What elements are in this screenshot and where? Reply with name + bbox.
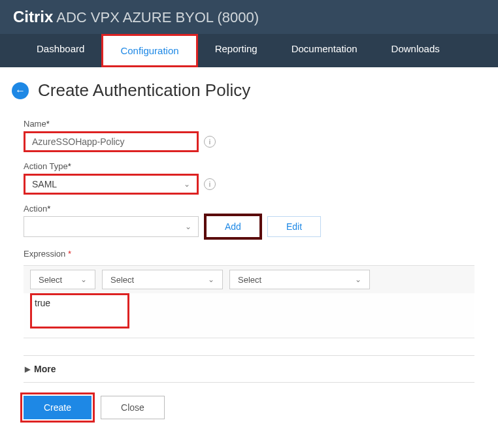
create-button[interactable]: Create bbox=[24, 396, 91, 419]
action-label: Action* bbox=[24, 204, 474, 214]
arrow-left-icon: ← bbox=[15, 85, 25, 97]
expression-select-1[interactable]: Select ⌄ bbox=[30, 270, 95, 289]
product-name: ADC VPX AZURE BYOL (8000) bbox=[53, 9, 259, 25]
tab-downloads[interactable]: Downloads bbox=[374, 34, 457, 67]
app-header: Citrix ADC VPX AZURE BYOL (8000) bbox=[0, 0, 498, 34]
expression-textarea[interactable] bbox=[30, 293, 129, 328]
expression-panel: Select ⌄ Select ⌄ Select ⌄ bbox=[24, 265, 474, 338]
tab-dashboard[interactable]: Dashboard bbox=[20, 34, 101, 67]
page-title: Create Authentication Policy bbox=[38, 80, 250, 101]
tab-configuration[interactable]: Configuration bbox=[101, 34, 197, 67]
close-button[interactable]: Close bbox=[101, 396, 165, 419]
chevron-down-icon: ⌄ bbox=[185, 222, 191, 231]
chevron-down-icon: ⌄ bbox=[80, 275, 87, 284]
tab-reporting[interactable]: Reporting bbox=[198, 34, 274, 67]
triangle-right-icon: ▶ bbox=[25, 365, 30, 374]
chevron-down-icon: ⌄ bbox=[355, 275, 361, 284]
expression-select-3[interactable]: Select ⌄ bbox=[229, 270, 370, 289]
action-type-label: Action Type* bbox=[24, 161, 474, 171]
add-button[interactable]: Add bbox=[204, 214, 262, 240]
nav-tabs: Dashboard Configuration Reporting Docume… bbox=[0, 34, 498, 67]
chevron-down-icon: ⌄ bbox=[184, 180, 190, 189]
name-label: Name* bbox=[24, 119, 474, 129]
info-icon[interactable]: i bbox=[204, 136, 216, 148]
expression-select-2[interactable]: Select ⌄ bbox=[102, 270, 223, 289]
more-toggle[interactable]: ▶ More bbox=[24, 355, 474, 383]
action-select[interactable]: ⌄ bbox=[24, 216, 199, 237]
action-type-select[interactable]: SAML ⌄ bbox=[24, 174, 199, 195]
brand-name: Citrix bbox=[13, 8, 53, 25]
tab-documentation[interactable]: Documentation bbox=[274, 34, 374, 67]
back-button[interactable]: ← bbox=[12, 82, 29, 99]
action-type-value: SAML bbox=[32, 179, 57, 189]
more-label: More bbox=[34, 364, 56, 374]
expression-label: Expression * bbox=[24, 249, 474, 259]
name-input[interactable] bbox=[24, 131, 199, 152]
chevron-down-icon: ⌄ bbox=[208, 275, 214, 284]
edit-button[interactable]: Edit bbox=[267, 216, 321, 237]
info-icon[interactable]: i bbox=[204, 178, 216, 190]
